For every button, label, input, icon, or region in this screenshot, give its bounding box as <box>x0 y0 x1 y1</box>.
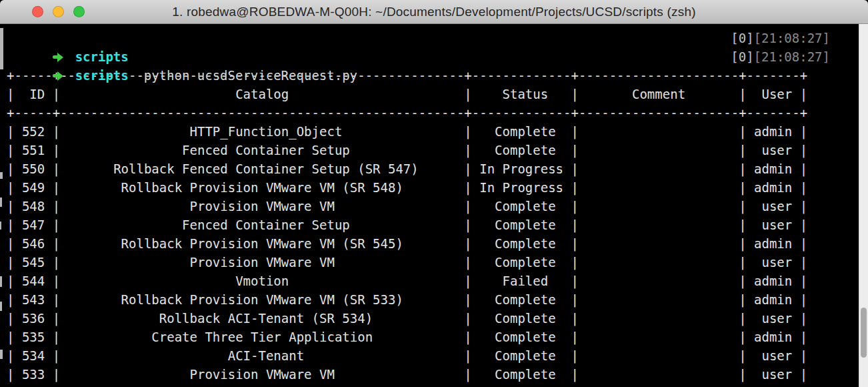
minimize-button[interactable] <box>53 6 64 17</box>
close-button[interactable] <box>32 6 43 17</box>
left-edge-artifact <box>0 172 3 179</box>
left-edge-artifact <box>0 198 2 207</box>
return-code: [0] <box>731 31 753 45</box>
prompt-line: scriptspython ucsdServiceRequest.py [0][… <box>7 47 868 66</box>
prompt-line: scripts [0][21:08:27] <box>7 29 868 47</box>
terminal-screen[interactable]: scripts [0][21:08:27] scriptspython ucsd… <box>0 24 868 387</box>
timestamp: [21:08:27] <box>754 31 830 45</box>
left-edge-artifact <box>0 276 2 287</box>
scrollbar-track[interactable] <box>859 24 868 387</box>
titlebar: 1. robedwa@ROBEDWA-M-Q00H: ~/Documents/D… <box>0 0 868 24</box>
left-edge-artifact <box>0 350 3 359</box>
zoom-button[interactable] <box>73 6 85 17</box>
left-edge-artifact <box>0 28 3 69</box>
terminal-window: 1. robedwa@ROBEDWA-M-Q00H: ~/Documents/D… <box>0 0 868 387</box>
window-title: 1. robedwa@ROBEDWA-M-Q00H: ~/Documents/D… <box>172 5 695 19</box>
left-edge-artifact <box>0 222 1 230</box>
right-prompt: [0][21:08:27] <box>731 47 830 66</box>
right-arrow-icon <box>53 66 63 85</box>
scrollbar-thumb[interactable] <box>861 308 867 358</box>
right-prompt: [0][21:08:27] <box>731 29 830 47</box>
return-code: [0] <box>731 49 753 64</box>
command-text: python ucsdServiceRequest.py <box>144 68 357 83</box>
timestamp: [21:08:27] <box>754 49 830 64</box>
prompt-directory: scripts <box>75 68 129 83</box>
left-edge-artifact <box>0 302 2 311</box>
service-request-table: +-----+---------------------------------… <box>7 66 868 384</box>
